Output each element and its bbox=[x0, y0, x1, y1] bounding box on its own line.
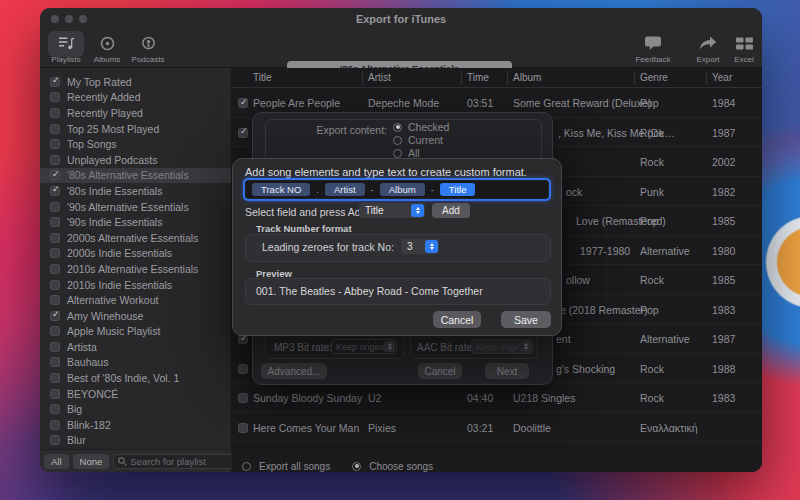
format-instruction: Add song elements and type text to creat… bbox=[245, 166, 527, 178]
column-header-album[interactable]: Album bbox=[513, 72, 541, 83]
sidebar-item-2010s-alternative-essentials[interactable]: 2010s Alternative Essentials bbox=[40, 261, 231, 277]
radio-checked[interactable]: Checked bbox=[393, 121, 449, 133]
playlist-checkbox[interactable] bbox=[50, 357, 60, 367]
select-all-button[interactable]: All bbox=[44, 454, 69, 469]
column-divider bbox=[507, 71, 508, 85]
sidebar-item-bauhaus[interactable]: Bauhaus bbox=[40, 355, 231, 371]
field-popup[interactable]: Title bbox=[359, 203, 425, 218]
sidebar-item-alternative-workout[interactable]: Alternative Workout bbox=[40, 292, 231, 308]
title-bar[interactable]: Export for iTunes bbox=[40, 8, 762, 30]
table-row[interactable]: Sunday Bloody Sunday U2 04:40 U218 Singl… bbox=[232, 383, 762, 413]
sidebar-item-2010s-indie-essentials[interactable]: 2010s Indie Essentials bbox=[40, 277, 231, 293]
playlist-checkbox[interactable] bbox=[50, 155, 60, 165]
playlist-checkbox[interactable] bbox=[50, 404, 60, 414]
cell-album-fragment: e (2018 Remaster) bbox=[560, 304, 648, 316]
feedback-button[interactable]: Feedback bbox=[631, 32, 675, 64]
column-header-genre[interactable]: Genre bbox=[640, 72, 668, 83]
sidebar-item-blur[interactable]: Blur bbox=[40, 433, 231, 449]
sidebar-item-apple-music-playlist[interactable]: Apple Music Playlist bbox=[40, 324, 231, 340]
column-header-artist[interactable]: Artist bbox=[368, 72, 391, 83]
sidebar-item-recently-added[interactable]: Recently Added bbox=[40, 90, 231, 106]
playlist-checkbox[interactable] bbox=[50, 186, 60, 196]
sidebar-item-beyonce[interactable]: BEYONCÉ bbox=[40, 386, 231, 402]
sidebar-item-2000s-indie-essentials[interactable]: 2000s Indie Essentials bbox=[40, 246, 231, 262]
custom-format-dialog: Add song elements and type text to creat… bbox=[232, 158, 562, 336]
playlist-checkbox[interactable] bbox=[50, 139, 60, 149]
playlist-checkbox[interactable] bbox=[50, 420, 60, 430]
albums-label: Albums bbox=[88, 55, 126, 64]
playlist-checkbox[interactable] bbox=[50, 233, 60, 243]
podcasts-button[interactable]: Podcasts bbox=[126, 32, 170, 64]
sidebar-item-big[interactable]: Big bbox=[40, 401, 231, 417]
leading-zeroes-popup[interactable]: 3 bbox=[401, 239, 439, 254]
column-header-title[interactable]: Title bbox=[253, 72, 272, 83]
export-all-songs-radio[interactable] bbox=[242, 462, 251, 471]
token-title[interactable]: Title bbox=[440, 183, 476, 196]
token-separator[interactable]: . bbox=[316, 184, 319, 195]
playlist-checkbox[interactable] bbox=[50, 77, 60, 87]
mp3-bitrate-popup[interactable]: Keep original bbox=[331, 339, 397, 354]
all-radio[interactable] bbox=[393, 149, 402, 158]
playlist-checkbox[interactable] bbox=[50, 108, 60, 118]
sidebar-item-top-25-most-played[interactable]: Top 25 Most Played bbox=[40, 121, 231, 137]
sidebar-item-80s-indie-essentials[interactable]: '80s Indie Essentials bbox=[40, 183, 231, 199]
token-album[interactable]: Album bbox=[380, 183, 425, 196]
sidebar-item-blink-182[interactable]: Blink-182 bbox=[40, 417, 231, 433]
token-separator[interactable]: - bbox=[371, 184, 374, 195]
current-radio[interactable] bbox=[393, 136, 402, 145]
format-token-field[interactable]: Track NO . Artist - Album - Title bbox=[245, 180, 549, 199]
column-header-year[interactable]: Year bbox=[712, 72, 732, 83]
playlist-checkbox[interactable] bbox=[50, 248, 60, 258]
sidebar-item-90s-alternative-essentials[interactable]: '90s Alternative Essentials bbox=[40, 199, 231, 215]
sidebar-item-my-top-rated[interactable]: My Top Rated bbox=[40, 74, 231, 90]
playlist-checkbox[interactable] bbox=[50, 280, 60, 290]
column-header-time[interactable]: Time bbox=[467, 72, 489, 83]
export-button[interactable]: Export bbox=[690, 32, 726, 64]
song-checkbox[interactable] bbox=[238, 423, 248, 433]
playlist-checkbox[interactable] bbox=[50, 295, 60, 305]
playlist-checkbox[interactable] bbox=[50, 311, 60, 321]
sidebar-item-recently-played[interactable]: Recently Played bbox=[40, 105, 231, 121]
token-track-no[interactable]: Track NO bbox=[252, 183, 310, 196]
table-row[interactable]: Here Comes Your Man Pixies 03:21 Doolitt… bbox=[232, 413, 762, 443]
sidebar-item-2000s-alternative-essentials[interactable]: 2000s Alternative Essentials bbox=[40, 230, 231, 246]
playlist-checkbox[interactable] bbox=[50, 389, 60, 399]
playlist-checkbox[interactable] bbox=[50, 217, 60, 227]
sidebar-item-best-of-80s-indie[interactable]: Best of '80s Indie, Vol. 1 bbox=[40, 370, 231, 386]
format-cancel-button[interactable]: Cancel bbox=[433, 311, 481, 328]
radio-current[interactable]: Current bbox=[393, 134, 443, 146]
playlist-checkbox[interactable] bbox=[50, 435, 60, 445]
song-checkbox[interactable] bbox=[238, 128, 248, 138]
add-button[interactable]: Add bbox=[432, 203, 470, 218]
sidebar-item-amy-winehouse[interactable]: Amy Winehouse bbox=[40, 308, 231, 324]
sidebar-item-90s-indie-essentials[interactable]: '90s Indie Essentials bbox=[40, 214, 231, 230]
playlist-checkbox[interactable] bbox=[50, 202, 60, 212]
song-checkbox[interactable] bbox=[238, 98, 248, 108]
token-separator[interactable]: - bbox=[431, 184, 434, 195]
sidebar-item-artista[interactable]: Artista bbox=[40, 339, 231, 355]
save-button[interactable]: Save bbox=[501, 311, 551, 328]
export-cancel-button[interactable]: Cancel bbox=[418, 363, 462, 379]
sidebar-item-80s-alternative-essentials[interactable]: '80s Alternative Essentials bbox=[40, 168, 231, 184]
advanced-button[interactable]: Advanced... bbox=[261, 363, 327, 379]
song-checkbox[interactable] bbox=[238, 393, 248, 403]
playlist-checkbox[interactable] bbox=[50, 373, 60, 383]
playlist-checkbox[interactable] bbox=[50, 124, 60, 134]
choose-songs-radio[interactable] bbox=[352, 462, 361, 471]
playlist-checkbox[interactable] bbox=[50, 264, 60, 274]
playlist-checkbox[interactable] bbox=[50, 170, 60, 180]
sidebar-item-unplayed-podcasts[interactable]: Unplayed Podcasts bbox=[40, 152, 231, 168]
albums-button[interactable]: Albums bbox=[88, 32, 126, 64]
playlist-checkbox[interactable] bbox=[50, 92, 60, 102]
playlists-button[interactable]: Playlists bbox=[46, 32, 86, 64]
sidebar-item-top-songs[interactable]: Top Songs bbox=[40, 136, 231, 152]
next-button[interactable]: Next bbox=[485, 363, 529, 379]
playlist-checkbox[interactable] bbox=[50, 326, 60, 336]
token-artist[interactable]: Artist bbox=[325, 183, 365, 196]
select-none-button[interactable]: None bbox=[73, 454, 110, 469]
aac-bitrate-popup[interactable]: Keep original bbox=[471, 339, 533, 354]
song-checkbox[interactable] bbox=[238, 364, 248, 374]
playlist-checkbox[interactable] bbox=[50, 342, 60, 352]
checked-radio[interactable] bbox=[393, 123, 402, 132]
excel-button[interactable]: Excel bbox=[727, 32, 761, 64]
